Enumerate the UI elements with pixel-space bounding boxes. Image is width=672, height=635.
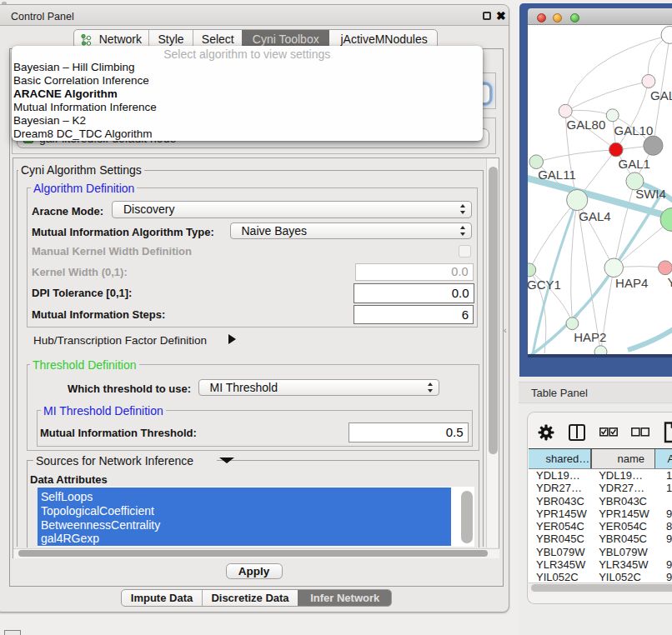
- svg-text:GCY1: GCY1: [528, 278, 561, 292]
- svg-text:HAP2: HAP2: [574, 330, 606, 344]
- svg-text:GAL7: GAL7: [650, 88, 672, 102]
- svg-text:YM: YM: [667, 275, 672, 289]
- svg-text:HAP4: HAP4: [615, 276, 648, 290]
- svg-text:GAL10: GAL10: [614, 123, 653, 138]
- svg-text:GAL1: GAL1: [618, 157, 649, 171]
- svg-text:SWI4: SWI4: [635, 187, 666, 201]
- svg-text:GAL80: GAL80: [566, 118, 605, 132]
- svg-text:GAL11: GAL11: [538, 168, 576, 182]
- svg-text:GAL4: GAL4: [579, 209, 610, 223]
